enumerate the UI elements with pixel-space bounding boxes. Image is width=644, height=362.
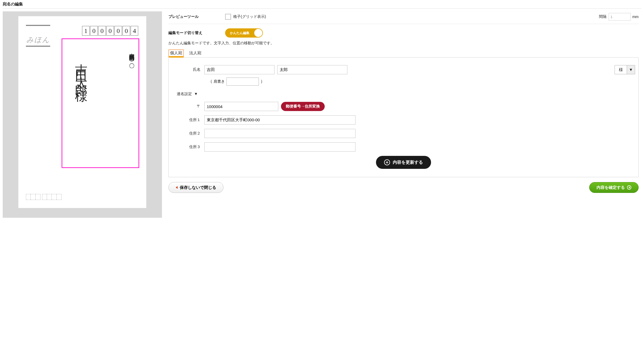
katagaki-input[interactable] xyxy=(226,78,259,86)
close-button-label: 保存しないで閉じる xyxy=(180,185,216,190)
grid-label: 格子(グリッド表示) xyxy=(233,14,599,19)
plus-icon: + xyxy=(384,159,390,165)
sample-label: みほん xyxy=(26,35,50,45)
recipient-type-tabs: 個人宛 法人宛 xyxy=(168,49,639,58)
paren-open: （ xyxy=(208,79,212,83)
selection-box[interactable] xyxy=(62,38,139,168)
addr3-label: 住所３ xyxy=(172,145,204,149)
zip-digit: 1 xyxy=(82,26,90,36)
chevron-down-icon: ▼ xyxy=(194,92,198,96)
zip-digit: 4 xyxy=(131,26,138,36)
katagaki-label: 肩書き xyxy=(213,79,225,83)
gap-label: 間隔 xyxy=(599,14,606,19)
preview-tools-label: プレビューツール xyxy=(168,14,225,19)
header-rule xyxy=(3,8,641,9)
honorific-value: 様 xyxy=(615,65,627,74)
page-title: 宛名の編集 xyxy=(3,0,641,8)
tab-personal[interactable]: 個人宛 xyxy=(168,49,184,57)
edit-mode-label: 編集モード切り替え xyxy=(168,31,225,35)
recipient-form: 氏名 様 ▼ （ 肩書き ） 連名設定 ▼ xyxy=(168,57,639,177)
zip-label: 〒 xyxy=(172,104,204,109)
edit-mode-toggle[interactable]: かんたん編集 xyxy=(225,28,263,38)
addr1-label: 住所１ xyxy=(172,118,204,122)
grid-checkbox[interactable] xyxy=(225,14,231,20)
zip-input[interactable] xyxy=(204,102,278,111)
joint-name-label: 連名設定 xyxy=(177,92,192,96)
postcard-preview[interactable]: みほん 1 0 0 0 0 0 4 東京都千代田区大手町〇〇〇‐〇〇 吉田太郎様 xyxy=(18,16,146,208)
update-content-button[interactable]: + 内容を更新する xyxy=(376,156,431,169)
zip-lookup-button[interactable]: 郵便番号→住所変換 xyxy=(281,102,325,111)
joint-name-toggle[interactable]: 連名設定 ▼ xyxy=(172,91,635,102)
edit-mode-description: かんたん編集モードです。文字入力、位置の移動が可能です。 xyxy=(168,39,639,49)
katagaki-row: （ 肩書き ） xyxy=(172,78,635,86)
zip-digit: 0 xyxy=(123,26,130,36)
paren-close: ） xyxy=(260,79,265,83)
tab-corporate[interactable]: 法人宛 xyxy=(188,49,203,57)
toggle-knob xyxy=(254,29,262,37)
edit-mode-row: 編集モード切り替え かんたん編集 xyxy=(168,24,639,39)
toggle-label: かんたん編集 xyxy=(230,31,249,35)
address1-input[interactable] xyxy=(204,115,355,125)
arrow-right-icon xyxy=(627,185,631,190)
zip-digit: 0 xyxy=(114,26,122,36)
gap-input[interactable] xyxy=(609,13,631,21)
zip-digit: 0 xyxy=(90,26,98,36)
zip-digit: 0 xyxy=(106,26,114,36)
stamp-area: みほん xyxy=(26,25,50,47)
footer-actions: 保存しないで閉じる 内容を確定する xyxy=(168,182,639,193)
preview-panel: みほん 1 0 0 0 0 0 4 東京都千代田区大手町〇〇〇‐〇〇 吉田太郎様 xyxy=(3,11,162,218)
preview-recipient-name: 吉田太郎様 xyxy=(75,54,87,86)
chevron-down-icon[interactable]: ▼ xyxy=(627,65,635,74)
chevron-left-icon xyxy=(176,186,178,189)
preview-address: 東京都千代田区大手町〇〇〇‐〇〇 xyxy=(129,49,134,59)
confirm-button-label: 内容を確定する xyxy=(596,185,625,190)
preview-tools-row: プレビューツール 格子(グリッド表示) 間隔 mm xyxy=(168,11,639,24)
address2-input[interactable] xyxy=(204,129,355,138)
honorific-select[interactable]: 様 ▼ xyxy=(615,65,635,74)
gap-unit: mm xyxy=(632,15,639,19)
zip-digit: 0 xyxy=(98,26,106,36)
given-name-input[interactable] xyxy=(277,65,347,74)
confirm-content-button[interactable]: 内容を確定する xyxy=(589,182,639,193)
recipient-zip-boxes: 1 0 0 0 0 0 4 xyxy=(82,26,138,36)
form-panel: プレビューツール 格子(グリッド表示) 間隔 mm 編集モード切り替え かんたん… xyxy=(168,11,641,193)
close-without-save-button[interactable]: 保存しないで閉じる xyxy=(168,182,223,193)
name-label: 氏名 xyxy=(172,67,204,72)
update-button-label: 内容を更新する xyxy=(393,160,423,165)
address3-input[interactable] xyxy=(204,142,355,152)
addr2-label: 住所２ xyxy=(172,131,204,136)
sender-zip-boxes xyxy=(26,194,62,200)
surname-input[interactable] xyxy=(204,65,274,74)
